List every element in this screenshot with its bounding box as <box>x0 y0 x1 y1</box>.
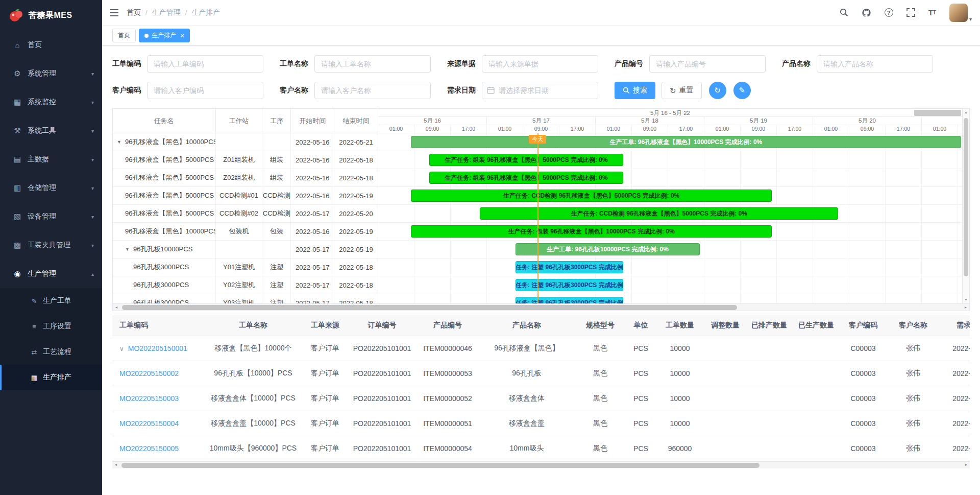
gantt-task-row[interactable]: ▼96孔孔板10000PCS2022-05-172022-05-19 <box>113 241 378 258</box>
customer-code-input[interactable] <box>147 82 263 99</box>
breadcrumb-item-production[interactable]: 生产管理 <box>152 8 181 17</box>
sidebar-item-production-schedule[interactable]: ▦生产排产 <box>0 365 102 390</box>
order-code-link[interactable]: MO202205150003 <box>119 394 179 403</box>
sidebar-item-process-flow[interactable]: ⇄工艺流程 <box>0 339 102 365</box>
order-row[interactable]: MO202205150003移液盒盒体【10000】PCS客户订单PO20220… <box>112 386 970 411</box>
timeline-scrollbar[interactable] <box>914 110 961 116</box>
product-name-input[interactable] <box>817 55 933 73</box>
gantt-task-row[interactable]: 96孔孔板3000PCSY02注塑机注塑2022-05-172022-05-18 <box>113 276 378 294</box>
sidebar-item-master-data[interactable]: ▤主数据▾ <box>0 145 102 174</box>
gantt-horizontal-scrollbar[interactable]: ◄ ► <box>113 303 969 311</box>
sidebar-item-device-mgmt[interactable]: ▧设备管理▾ <box>0 202 102 231</box>
order-row[interactable]: MO20220515000510mm吸头【960000】PCS客户订单PO202… <box>112 436 970 461</box>
workorder-icon: ✎ <box>30 297 39 305</box>
sidebar-item-home[interactable]: ⌂首页 <box>0 31 102 59</box>
table-column-header: 产品名称 <box>478 315 575 336</box>
production-icon: ◉ <box>12 269 22 278</box>
sidebar-item-system-tools[interactable]: ⚒系统工具▾ <box>0 116 102 145</box>
gantt-task-row[interactable]: 96孔孔板3000PCSY03注塑机注塑2022-05-172022-05-18 <box>113 294 378 303</box>
gantt-bar-task[interactable]: 生产任务: CCD检测 96孔移液盒【黑色】5000PCS 完成比例: 0% <box>480 207 838 220</box>
tab-close-icon[interactable]: × <box>180 32 184 39</box>
gear-icon: ⚙ <box>12 69 22 78</box>
work-order-code-input[interactable] <box>147 55 263 73</box>
tab-production-schedule[interactable]: 生产排产 × <box>139 29 190 42</box>
order-code-link[interactable]: MO202205150005 <box>119 444 179 453</box>
breadcrumb-item-home[interactable]: 首页 <box>127 8 141 17</box>
order-code-link[interactable]: MO202205150001 <box>128 344 187 352</box>
table-horizontal-scrollbar[interactable]: ◄ ► <box>112 461 970 468</box>
scrollbar-thumb[interactable] <box>964 118 968 276</box>
sidebar-item-system-monitor[interactable]: ▦系统监控▾ <box>0 88 102 116</box>
sidebar-item-production-mgmt[interactable]: ◉生产管理▴ <box>0 260 102 288</box>
sidebar-item-system-mgmt[interactable]: ⚙系统管理▾ <box>0 59 102 88</box>
gantt-bar-machine[interactable]: 生产任务: 注塑 96孔孔板3000PCS 完成比例: 0% <box>516 279 624 291</box>
sidebar-item-fixture-mgmt[interactable]: ▩工装夹具管理▾ <box>0 231 102 260</box>
help-icon[interactable]: ? <box>885 8 893 17</box>
gantt-bar-project[interactable]: 生产工单: 96孔移液盒【黑色】10000PCS 完成比例: 0% <box>411 136 961 148</box>
gantt-task-row[interactable]: 96孔移液盒【黑色】5000PCSCCD检测#02CCD检测2022-05-17… <box>113 205 378 223</box>
gantt-column-header: 结束时间 <box>334 109 378 133</box>
chevron-down-icon: ▾ <box>91 128 94 134</box>
avatar[interactable] <box>949 4 968 22</box>
timeline-hour-cell: 01:00 <box>487 125 523 133</box>
tree-collapse-icon[interactable]: ▼ <box>125 247 133 252</box>
gantt-bar-task[interactable]: 生产任务: CCD检测 96孔移液盒【黑色】5000PCS 完成比例: 0% <box>411 190 772 202</box>
user-menu[interactable]: ▾ <box>949 4 972 22</box>
work-order-name-input[interactable] <box>314 55 431 73</box>
gantt-bar-task[interactable]: 生产任务: 组装 96孔移液盒【黑色】5000PCS 完成比例: 0% <box>429 172 624 184</box>
customer-name-input[interactable] <box>314 82 431 99</box>
task-start-cell: 2022-05-16 <box>291 187 334 204</box>
filter-field-product-name: 产品名称 <box>782 55 933 73</box>
github-icon[interactable] <box>862 8 871 17</box>
demand-date-input[interactable] <box>482 82 598 99</box>
gantt-bar-project[interactable]: 生产工单: 96孔孔板10000PCS 完成比例: 0% <box>516 243 700 255</box>
refresh-gantt-button[interactable]: ↻ <box>709 82 726 99</box>
product-code-input[interactable] <box>649 55 766 73</box>
app-root: 苦糖果MES ⌂首页⚙系统管理▾▦系统监控▾⚒系统工具▾▤主数据▾▥仓储管理▾▧… <box>0 0 980 495</box>
app-logo[interactable]: 苦糖果MES <box>0 0 102 31</box>
scroll-down-icon[interactable]: ▼ <box>963 296 969 303</box>
tab-home[interactable]: 首页 <box>112 29 136 42</box>
scrollbar-thumb[interactable] <box>121 463 760 468</box>
fullscreen-icon[interactable] <box>906 8 915 17</box>
task-station-cell: Z02组装机 <box>216 169 263 186</box>
row-expand-icon[interactable]: ∨ <box>119 345 124 352</box>
sidebar-item-warehouse-mgmt[interactable]: ▥仓储管理▾ <box>0 174 102 202</box>
gantt-task-row[interactable]: 96孔孔板3000PCSY01注塑机注塑2022-05-172022-05-18 <box>113 258 378 276</box>
gantt-task-row[interactable]: 96孔移液盒【黑色】5000PCSZ01组装机组装2022-05-162022-… <box>113 151 378 169</box>
task-station-cell <box>216 241 263 258</box>
tree-collapse-icon[interactable]: ▼ <box>117 139 125 145</box>
scroll-left-icon[interactable]: ◄ <box>113 304 120 311</box>
gantt-task-row[interactable]: ▼96孔移液盒【黑色】10000PCS2022-05-162022-05-21 <box>113 133 378 151</box>
gantt-bar-machine[interactable]: 生产任务: 注塑 96孔孔板3000PCS 完成比例: 0% <box>516 261 624 273</box>
search-button[interactable]: 搜索 <box>615 82 655 99</box>
gantt-bar-task[interactable]: 生产任务: 包装 96孔移液盒【黑色】10000PCS 完成比例: 0% <box>411 225 772 238</box>
sidebar-item-production-workorder[interactable]: ✎生产工单 <box>0 288 102 314</box>
order-code-link[interactable]: MO202205150004 <box>119 419 179 428</box>
gantt-vertical-scrollbar[interactable]: ▲ ▼ <box>962 109 969 303</box>
search-icon[interactable] <box>840 8 848 17</box>
scroll-right-icon[interactable]: ► <box>962 304 969 311</box>
sidebar-item-process-settings[interactable]: ≡工序设置 <box>0 314 102 339</box>
source-doc-input[interactable] <box>482 55 598 73</box>
scroll-right-icon[interactable]: ► <box>963 461 970 468</box>
reset-button[interactable]: ↻重置 <box>662 82 702 99</box>
scrollbar-thumb[interactable] <box>122 305 737 310</box>
font-size-icon[interactable]: TT <box>928 9 936 16</box>
gantt-task-row[interactable]: 96孔移液盒【黑色】5000PCSCCD检测#01CCD检测2022-05-16… <box>113 187 378 205</box>
scroll-left-icon[interactable]: ◄ <box>112 461 119 468</box>
gantt-task-row[interactable]: 96孔移液盒【黑色】10000PCS包装机包装2022-05-162022-05… <box>113 223 378 241</box>
gantt-task-row[interactable]: 96孔移液盒【黑色】5000PCSZ02组装机组装2022-05-162022-… <box>113 169 378 187</box>
gantt-bar-task[interactable]: 生产任务: 组装 96孔移液盒【黑色】5000PCS 完成比例: 0% <box>429 154 624 166</box>
edit-schedule-button[interactable]: ✎ <box>733 82 751 99</box>
order-row[interactable]: MO20220515000296孔孔板【10000】PCS客户订单PO20220… <box>112 361 970 386</box>
sidebar-toggle-icon[interactable] <box>102 9 127 17</box>
order-row[interactable]: ∨MO202205150001移液盒【黑色】10000个客户订单PO202205… <box>112 336 970 361</box>
scroll-up-icon[interactable]: ▲ <box>963 109 969 116</box>
order-row[interactable]: MO202205150004移液盒盒盖【10000】PCS客户订单PO20220… <box>112 411 970 436</box>
order-cell: 移液盒盒体 <box>478 386 575 411</box>
breadcrumb-item-schedule[interactable]: 生产排产 <box>191 8 220 17</box>
gantt-bar-machine[interactable]: 生产任务: 注塑 96孔孔板3000PCS 完成比例: 0% <box>516 297 624 303</box>
order-code-link[interactable]: MO202205150002 <box>119 369 179 378</box>
gantt-timeline: 5月 16 - 5月 22 5月 165月 175月 185月 195月 20 … <box>378 109 962 303</box>
